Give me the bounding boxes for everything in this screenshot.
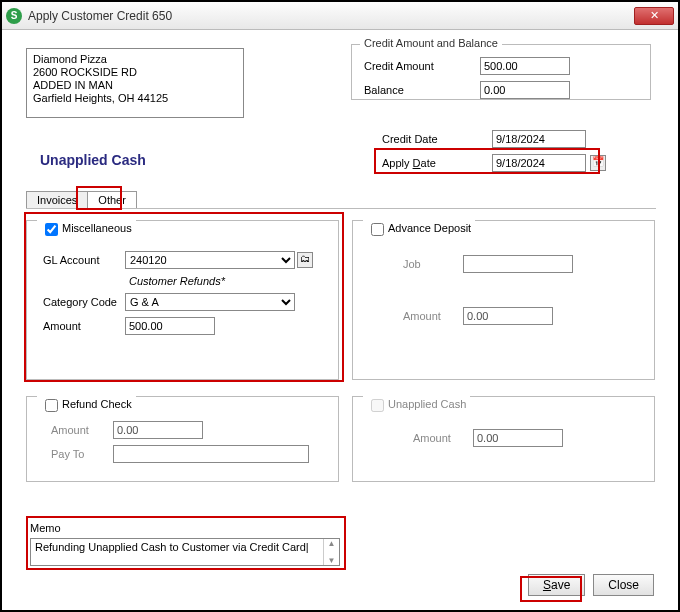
scroll-up-icon[interactable]: ▲ [324,539,339,548]
balance-field [480,81,570,99]
adv-amount-label: Amount [403,310,463,322]
refund-amount-label: Amount [51,424,113,436]
titlebar: S Apply Customer Credit 650 ✕ [2,2,678,30]
category-code-label: Category Code [43,296,125,308]
credit-group-label: Credit Amount and Balance [360,37,502,49]
close-button[interactable]: Close [593,574,654,596]
apply-date-field[interactable] [492,154,586,172]
gl-account-label: GL Account [43,254,125,266]
credit-date-field[interactable] [492,130,586,148]
customer-address-box: Diamond Pizza 2600 ROCKSIDE RD ADDED IN … [26,48,244,118]
adv-deposit-group: Advance Deposit Job Amount [352,220,655,380]
gl-account-desc: Customer Refunds* [129,275,225,287]
customer-line2: 2600 ROCKSIDE RD [33,66,237,79]
button-bar: Save Close [528,574,654,596]
unapp-amount-label: Amount [413,432,473,444]
misc-group: Miscellaneous GL Account 240120 🗂 Custom… [26,220,339,380]
refund-check-label: Refund Check [62,398,132,410]
credit-date-label: Credit Date [382,133,492,145]
tab-invoices[interactable]: Invoices [26,191,88,208]
unapplied-cash-group: Unapplied Cash Amount [352,396,655,482]
misc-group-title: Miscellaneous [37,220,136,239]
refund-check-checkbox[interactable] [45,399,58,412]
adv-deposit-title: Advance Deposit [363,220,475,239]
memo-textarea[interactable] [31,539,323,565]
memo-scrollbar[interactable]: ▲ ▼ [323,539,339,565]
window-title: Apply Customer Credit 650 [28,9,634,23]
customer-line1: Diamond Pizza [33,53,237,66]
refund-payto-field [113,445,309,463]
adv-amount-field [463,307,553,325]
unapplied-cash-label: Unapplied Cash [388,398,466,410]
adv-deposit-checkbox[interactable] [371,223,384,236]
refund-payto-label: Pay To [51,448,113,460]
tab-other[interactable]: Other [87,191,137,208]
tab-divider [26,208,656,209]
window-close-button[interactable]: ✕ [634,7,674,25]
credit-date-row: Credit Date [382,130,586,148]
refund-amount-field [113,421,203,439]
category-code-select[interactable]: G & A [125,293,295,311]
apply-date-row: Apply Date 📅 [382,154,606,172]
adv-job-field [463,255,573,273]
save-button[interactable]: Save [528,574,585,596]
refund-check-group: Refund Check Amount Pay To [26,396,339,482]
misc-amount-label: Amount [43,320,125,332]
memo-label: Memo [30,522,61,534]
balance-label: Balance [364,84,480,96]
unapp-amount-field [473,429,563,447]
adv-job-label: Job [403,258,463,270]
unapplied-cash-checkbox [371,399,384,412]
misc-amount-field[interactable] [125,317,215,335]
apply-date-label: Apply Date [382,157,492,169]
unapplied-cash-title: Unapplied Cash [363,396,470,415]
credit-amount-field [480,57,570,75]
customer-line3: ADDED IN MAN [33,79,237,92]
credit-amount-label: Credit Amount [364,60,480,72]
credit-group: Credit Amount and Balance Credit Amount … [351,44,651,100]
scroll-down-icon[interactable]: ▼ [324,556,339,565]
calendar-icon[interactable]: 📅 [590,155,606,171]
customer-line4: Garfield Heights, OH 44125 [33,92,237,105]
adv-deposit-label: Advance Deposit [388,222,471,234]
gl-account-select[interactable]: 240120 [125,251,295,269]
app-icon: S [6,8,22,24]
refund-check-title: Refund Check [37,396,136,415]
gl-lookup-icon[interactable]: 🗂 [297,252,313,268]
section-title: Unapplied Cash [40,152,146,168]
memo-box: ▲ ▼ [30,538,340,566]
tabs: Invoices Other [26,190,136,207]
misc-group-label: Miscellaneous [62,222,132,234]
misc-checkbox[interactable] [45,223,58,236]
